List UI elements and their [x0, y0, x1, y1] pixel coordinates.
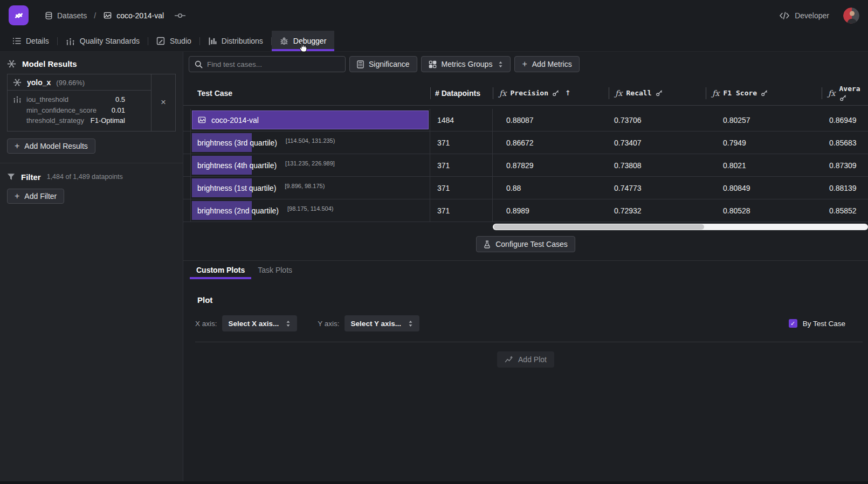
- chart-nodes-icon: [13, 95, 22, 126]
- add-filter-button[interactable]: + Add Filter: [7, 189, 64, 204]
- precision-value: 0.86672: [493, 132, 609, 154]
- axis-selection-row: X axis: Select X axis... Y axis: Select …: [195, 315, 845, 331]
- table-row[interactable]: brightness (2nd quartile) [98.175, 114.5…: [183, 199, 868, 222]
- header-gutter: [183, 81, 191, 105]
- user-avatar[interactable]: [843, 8, 859, 24]
- average-value: 0.85852: [822, 199, 868, 222]
- row-gutter: [183, 177, 191, 199]
- search-input[interactable]: [207, 60, 340, 68]
- tab-quality-standards[interactable]: Quality Standards: [58, 31, 148, 51]
- plus-icon: +: [15, 141, 19, 151]
- significance-button[interactable]: Significance: [349, 56, 417, 72]
- column-header-datapoints[interactable]: # Datapoints: [430, 81, 493, 105]
- recall-value: 0.73407: [609, 132, 706, 154]
- breadcrumb-current-label: coco-2014-val: [116, 11, 164, 20]
- search-icon: [195, 60, 203, 68]
- horizontal-scrollbar[interactable]: [493, 224, 868, 230]
- average-value: 0.87309: [822, 154, 868, 176]
- x-axis-select[interactable]: Select X axis...: [222, 315, 298, 331]
- add-metrics-button[interactable]: + Add Metrics: [514, 56, 579, 72]
- column-header-precision[interactable]: ƒx Precision ↑: [493, 81, 609, 105]
- sidebar-divider: [0, 163, 183, 163]
- image-icon: [197, 116, 206, 124]
- column-header-test-case[interactable]: Test Case: [191, 81, 430, 105]
- add-plot-button[interactable]: Add Plot: [497, 351, 554, 368]
- tab-debugger[interactable]: Debugger: [272, 31, 335, 51]
- flask-icon: [484, 240, 491, 248]
- key-icon: [552, 89, 560, 96]
- datapoints-value: 1484: [430, 109, 493, 131]
- tab-studio-label: Studio: [170, 37, 191, 45]
- test-case-name: brightness (2nd quartile): [197, 206, 279, 215]
- row-gutter: [183, 199, 191, 222]
- search-box[interactable]: [189, 56, 346, 72]
- metrics-groups-button[interactable]: Metrics Groups: [421, 56, 511, 72]
- test-case-name: coco-2014-val: [211, 116, 259, 125]
- datapoints-value: 371: [430, 154, 493, 176]
- remove-model-button[interactable]: ×: [151, 74, 175, 131]
- commit-icon[interactable]: [174, 12, 186, 19]
- model-result-row[interactable]: yolo_x (99.66%): [8, 74, 151, 91]
- table-row[interactable]: brightness (4th quartile) [131.235, 226.…: [183, 154, 868, 177]
- chart-nodes-icon: [66, 37, 75, 45]
- logo-icon: [12, 9, 25, 22]
- list-icon: [12, 37, 21, 45]
- by-test-case-label: By Test Case: [803, 320, 845, 328]
- test-case-name: brightness (4th quartile): [197, 161, 277, 170]
- add-plot-label: Add Plot: [518, 355, 547, 364]
- table-row[interactable]: coco-2014-val 1484 0.88087 0.73706 0.802…: [183, 109, 868, 132]
- breadcrumb-current[interactable]: coco-2014-val: [103, 11, 164, 20]
- param-value: F1-Optimal: [91, 115, 125, 126]
- tab-custom-plots[interactable]: Custom Plots: [190, 261, 251, 279]
- x-axis-select-value: Select X axis...: [229, 320, 279, 328]
- add-metrics-label: Add Metrics: [532, 60, 572, 68]
- param-row: threshold_strategy F1-Optimal: [26, 115, 125, 126]
- table-row[interactable]: brightness (1st quartile) [9.896, 98.175…: [183, 177, 868, 199]
- y-axis-select[interactable]: Select Y axis...: [345, 315, 419, 331]
- column-header-recall[interactable]: ƒx Recall: [609, 81, 706, 105]
- f1-value: 0.80528: [706, 199, 822, 222]
- model-name: yolo_x: [27, 78, 51, 87]
- test-case-name: brightness (3rd quartile): [197, 139, 277, 147]
- configure-test-cases-button[interactable]: Configure Test Cases: [476, 236, 575, 252]
- add-model-results-button[interactable]: + Add Model Results: [7, 139, 95, 154]
- tab-details[interactable]: Details: [4, 31, 57, 51]
- key-icon: [761, 89, 768, 96]
- tab-quality-label: Quality Standards: [80, 37, 140, 45]
- configure-test-cases-label: Configure Test Cases: [495, 240, 568, 248]
- datapoints-header-label: # Datapoints: [435, 89, 480, 98]
- sort-ascending-icon: ↑: [565, 89, 571, 97]
- developer-menu[interactable]: Developer: [779, 11, 829, 20]
- by-test-case-toggle[interactable]: ✓ By Test Case: [789, 319, 845, 328]
- tab-studio[interactable]: Studio: [148, 31, 199, 51]
- close-icon: ×: [161, 97, 166, 108]
- filter-title: Filter: [21, 172, 41, 182]
- sort-updown-icon: [408, 320, 413, 327]
- filter-summary: 1,484 of 1,489 datapoints: [47, 173, 123, 181]
- tab-task-plots[interactable]: Task Plots: [251, 261, 299, 279]
- precision-value: 0.88087: [493, 109, 609, 131]
- column-header-f1-score[interactable]: ƒx F1 Score: [706, 81, 822, 105]
- tab-debugger-label: Debugger: [293, 37, 327, 45]
- param-value: 0.01: [112, 105, 125, 116]
- param-row: min_confidence_score 0.01: [26, 105, 125, 116]
- sidebar: Model Results: [0, 52, 183, 484]
- average-value: 0.86949: [822, 109, 868, 131]
- column-header-average[interactable]: ƒx Avera: [822, 81, 868, 105]
- grid-icon: [429, 60, 437, 68]
- recall-value: 0.72932: [609, 199, 706, 222]
- filter-header: Filter 1,484 of 1,489 datapoints: [7, 172, 176, 182]
- table-row[interactable]: brightness (3rd quartile) [114.504, 131.…: [183, 132, 868, 154]
- recall-value: 0.74773: [609, 177, 706, 199]
- scrollbar-thumb[interactable]: [494, 224, 704, 230]
- image-icon: [103, 11, 112, 19]
- average-value: 0.85683: [822, 132, 868, 154]
- fx-icon: ƒx: [828, 89, 836, 98]
- breadcrumb-datasets[interactable]: Datasets: [45, 11, 87, 20]
- tab-distributions[interactable]: Distributions: [200, 31, 271, 51]
- custom-plots-label: Custom Plots: [196, 266, 245, 274]
- average-value: 0.88139: [822, 177, 868, 199]
- app-logo[interactable]: [9, 5, 29, 25]
- plus-icon: +: [15, 191, 19, 201]
- checkbox-checked[interactable]: ✓: [789, 319, 797, 328]
